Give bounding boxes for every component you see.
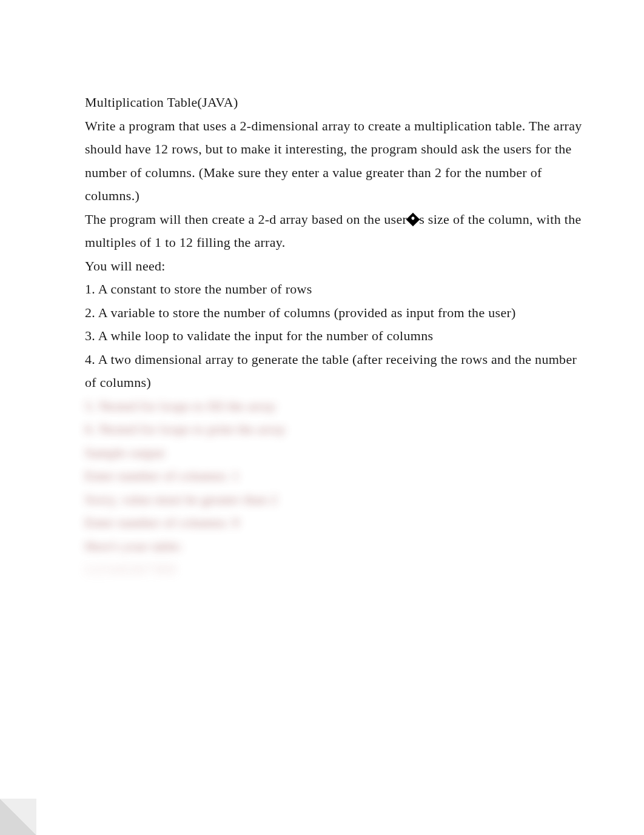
body-line: You will need: bbox=[85, 255, 583, 278]
blurred-line: Enter number of columns: 1 bbox=[85, 464, 583, 488]
list-item: 1. A constant to store the number of row… bbox=[85, 278, 583, 301]
body-line: The program will then create a 2-d array… bbox=[85, 208, 583, 232]
blurred-line: 5. Nested for loops to fill the array bbox=[85, 395, 583, 418]
page-curl-icon bbox=[0, 799, 36, 835]
title-line: Multiplication Table(JAVA) bbox=[85, 91, 583, 115]
list-item-cont: of columns) bbox=[85, 371, 583, 395]
body-line: multiples of 1 to 12 filling the array. bbox=[85, 231, 583, 255]
blurred-line: 6. Nested for loops to print the array bbox=[85, 418, 583, 441]
list-item: 3. A while loop to validate the input fo… bbox=[85, 324, 583, 348]
blurred-line: 1 2 3 4 5 6 7 8 9 bbox=[85, 558, 583, 582]
text-fragment: s size of the column, with the bbox=[419, 212, 581, 227]
blurred-line: Sorry, value must be greater than 2 bbox=[85, 488, 583, 512]
blurred-line: Enter number of columns: 9 bbox=[85, 511, 583, 535]
text-fragment: The program will then create a 2-d array… bbox=[85, 212, 407, 227]
body-line: number of columns. (Make sure they enter… bbox=[85, 161, 583, 208]
body-line: Write a program that uses a 2-dimensiona… bbox=[85, 115, 583, 138]
blurred-line: Sample output bbox=[85, 441, 583, 465]
list-item: 4. A two dimensional array to generate t… bbox=[85, 348, 583, 372]
blurred-line: Here's your table: bbox=[85, 535, 583, 558]
list-item: 2. A variable to store the number of col… bbox=[85, 301, 583, 325]
replacement-char-icon bbox=[406, 212, 420, 226]
body-line: should have 12 rows, but to make it inte… bbox=[85, 138, 583, 161]
document-page: Multiplication Table(JAVA) Write a progr… bbox=[0, 0, 644, 618]
